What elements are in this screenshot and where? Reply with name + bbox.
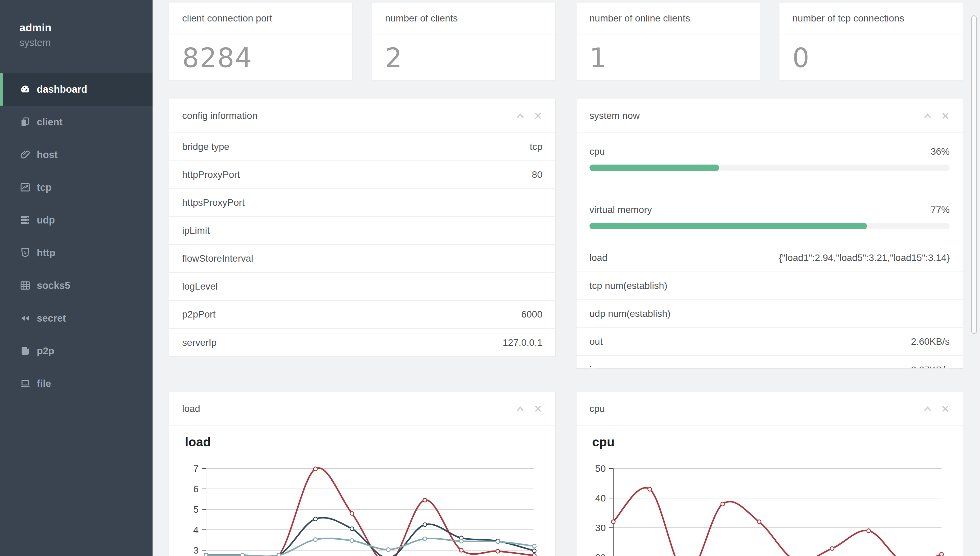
config-row: flowStoreInterval [169, 245, 555, 273]
system-panel-tools [923, 112, 950, 120]
sidebar-item-tcp[interactable]: tcp [0, 171, 153, 204]
config-row-value: tcp [530, 141, 542, 152]
sidebar-item-label: udp [37, 215, 55, 226]
cpu-panel-tools [923, 404, 950, 413]
sidebar-item-socks5[interactable]: socks5 [0, 269, 153, 302]
stat-card-value: 8284 [169, 34, 353, 73]
close-icon[interactable] [534, 112, 542, 120]
config-row-label: ipLimit [182, 225, 210, 236]
cpu-chart-body: cpu 50403020 [577, 426, 962, 556]
right-column: number of online clients1number of tcp c… [576, 3, 963, 556]
close-icon[interactable] [941, 112, 950, 120]
system-row-value: {"load1":2.94,"load5":3.21,"load15":3.14… [779, 252, 950, 263]
sidebar-item-label: host [37, 149, 58, 160]
config-row-label: p2pPort [182, 309, 216, 320]
collapse-icon[interactable] [516, 112, 525, 120]
system-row-value: 2.60KB/s [911, 336, 950, 347]
config-row-label: flowStoreInterval [182, 253, 253, 264]
config-panel-tools [516, 112, 542, 120]
system-row-label: out [590, 336, 603, 347]
cpu-panel-header: cpu [577, 392, 962, 426]
stat-card: number of clients2 [372, 3, 556, 80]
progress-bar-fill [590, 223, 867, 229]
collapse-icon[interactable] [923, 112, 932, 120]
config-panel-title: config information [182, 110, 258, 121]
sidebar-item-host[interactable]: host [0, 138, 153, 171]
svg-text:7: 7 [193, 463, 198, 474]
system-row-value: 2.87KB/s [911, 365, 950, 369]
chart-line-icon [19, 182, 31, 193]
server-icon [19, 214, 31, 226]
sidebar-item-file[interactable]: file [0, 367, 153, 400]
load-panel-header: load [169, 392, 555, 426]
close-icon[interactable] [941, 404, 950, 413]
config-information-panel: config information bridge typetcphttpPro… [169, 99, 556, 356]
system-row: udp num(establish) [577, 300, 962, 328]
config-row: ipLimit [169, 217, 555, 245]
sidebar: admin system dashboardclienthosttcpudp5h… [0, 0, 153, 556]
gauge-cpu: cpu36% [590, 144, 950, 171]
user-role: system [19, 36, 153, 50]
cpu-chart-title: cpu [592, 435, 615, 449]
sidebar-item-udp[interactable]: udp [0, 204, 153, 236]
sidebar-menu: dashboardclienthosttcpudp5httpsocks5secr… [0, 73, 153, 400]
config-row-value: 127.0.0.1 [503, 337, 542, 348]
config-row-label: serverIp [182, 337, 216, 348]
copy-icon [19, 116, 31, 128]
sidebar-item-dashboard[interactable]: dashboard [0, 73, 153, 106]
sidebar-item-label: tcp [37, 182, 52, 193]
gauge-percent: 77% [931, 204, 950, 215]
load-line-chart: 76543 [169, 426, 556, 556]
progress-bar-track [590, 165, 950, 171]
stat-card: client connection port8284 [169, 3, 353, 80]
cpu-line-chart: 50403020 [577, 426, 963, 556]
paperclip-icon [19, 149, 31, 160]
left-column: client connection port8284number of clie… [169, 3, 556, 556]
svg-text:3: 3 [193, 545, 198, 556]
stat-cards-right: number of online clients1number of tcp c… [576, 3, 963, 80]
config-panel-header: config information [169, 99, 555, 133]
sidebar-item-label: http [37, 247, 55, 259]
sidebar-item-secret[interactable]: secret [0, 302, 153, 335]
system-gauges: cpu36%virtual memory77% [577, 133, 962, 229]
svg-text:20: 20 [595, 552, 606, 556]
progress-bar-fill [590, 165, 719, 171]
dashboard-screen: admin system dashboardclienthosttcpudp5h… [0, 0, 980, 556]
gauge-virtual-memory: virtual memory77% [590, 202, 950, 229]
svg-text:6: 6 [193, 484, 198, 495]
config-row-value: 6000 [521, 309, 542, 320]
system-row-label: in [590, 365, 597, 369]
config-row: httpProxyPort80 [169, 161, 555, 189]
close-icon[interactable] [534, 404, 542, 413]
vertical-scrollbar[interactable] [971, 15, 977, 334]
system-row-label: udp num(establish) [590, 308, 671, 319]
sidebar-item-http[interactable]: 5http [0, 236, 153, 269]
backward-icon [19, 312, 31, 324]
config-row: serverIp127.0.0.1 [169, 329, 555, 356]
gauge-label: cpu [590, 146, 605, 157]
config-row-label: bridge type [182, 141, 229, 152]
system-panel-header: system now [577, 99, 962, 133]
sidebar-item-label: file [37, 378, 51, 390]
sidebar-item-p2p[interactable]: p2p [0, 335, 153, 367]
collapse-icon[interactable] [516, 404, 525, 413]
svg-text:5: 5 [193, 504, 198, 515]
sidebar-item-client[interactable]: client [0, 106, 153, 138]
svg-text:30: 30 [595, 523, 606, 533]
system-row: out2.60KB/s [577, 328, 962, 356]
system-rows: load{"load1":2.94,"load5":3.21,"load15":… [577, 244, 962, 369]
svg-text:5: 5 [24, 250, 27, 255]
config-row-label: httpsProxyPort [182, 197, 245, 208]
stat-cards-left: client connection port8284number of clie… [169, 3, 556, 80]
config-row-label: httpProxyPort [182, 169, 240, 180]
gauge-label: virtual memory [590, 204, 652, 215]
html5-icon: 5 [19, 247, 31, 259]
user-block: admin system [0, 0, 153, 73]
stat-card-title: number of clients [372, 3, 555, 34]
system-now-panel: system now cpu36%virtual memory77% load{… [576, 99, 963, 369]
collapse-icon[interactable] [923, 404, 932, 413]
sidebar-item-label: socks5 [37, 280, 70, 291]
config-row-value: 80 [532, 169, 542, 180]
system-row-label: tcp num(establish) [590, 280, 667, 291]
main-content: client connection port8284number of clie… [153, 0, 980, 556]
